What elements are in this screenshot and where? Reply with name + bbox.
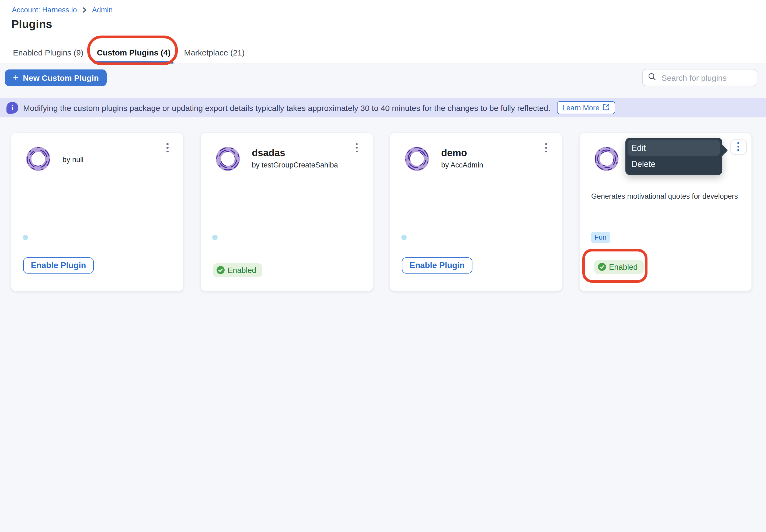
kebab-menu-icon[interactable] xyxy=(352,141,362,155)
plugin-card: dsadas by testGroupCreateSahiba Enabled xyxy=(200,132,373,291)
plugin-description: Generates motivational quotes for develo… xyxy=(591,192,742,200)
plugin-card: demo by AccAdmin Enable Plugin xyxy=(390,132,562,291)
page-header: Account: Harness.io Admin Plugins Enable… xyxy=(0,0,766,64)
tag-placeholder-dot xyxy=(23,235,28,240)
search-icon xyxy=(648,72,656,83)
plugin-card-grid: by null Enable Plugin dsadas by testGrou… xyxy=(0,117,766,291)
plugin-logo-icon xyxy=(404,146,430,171)
learn-more-label: Learn More xyxy=(562,104,600,112)
tab-bar: Enabled Plugins (9) Custom Plugins (4) M… xyxy=(13,41,244,64)
plugins-page: Account: Harness.io Admin Plugins Enable… xyxy=(0,0,766,532)
plugin-author: by null xyxy=(62,155,83,163)
status-badge-enabled: Enabled xyxy=(594,260,644,274)
context-menu: Edit Delete xyxy=(625,138,722,175)
new-custom-plugin-label: New Custom Plugin xyxy=(23,73,99,82)
tab-enabled-plugins[interactable]: Enabled Plugins (9) xyxy=(13,41,83,64)
kebab-menu-icon[interactable] xyxy=(541,141,551,155)
status-badge-label: Enabled xyxy=(609,263,638,271)
kebab-menu-icon[interactable] xyxy=(163,141,172,155)
plugin-author: by testGroupCreateSahiba xyxy=(252,161,338,169)
external-link-icon xyxy=(603,103,610,112)
tab-marketplace[interactable]: Marketplace (21) xyxy=(184,41,244,64)
plugin-tag: Fun xyxy=(591,232,610,243)
plus-icon: + xyxy=(13,72,19,82)
plugin-author: by AccAdmin xyxy=(441,161,483,169)
enable-plugin-button[interactable]: Enable Plugin xyxy=(402,257,473,273)
kebab-menu-button-active[interactable] xyxy=(730,139,746,154)
info-banner-text: Modifying the custom plugins package or … xyxy=(23,103,551,112)
plugin-card: Generates motivational quotes for develo… xyxy=(579,132,752,291)
toolbar: + New Custom Plugin xyxy=(0,64,766,98)
learn-more-button[interactable]: Learn More xyxy=(557,101,615,114)
menu-item-edit[interactable]: Edit xyxy=(628,140,720,156)
tag-placeholder-dot xyxy=(212,235,217,240)
status-badge-label: Enabled xyxy=(227,266,256,274)
enable-plugin-button[interactable]: Enable Plugin xyxy=(23,257,94,273)
plugin-logo-icon xyxy=(215,146,240,171)
tab-custom-plugins[interactable]: Custom Plugins (4) xyxy=(97,41,170,64)
breadcrumb-admin-link[interactable]: Admin xyxy=(92,6,113,14)
status-badge-enabled: Enabled xyxy=(212,263,262,277)
breadcrumb: Account: Harness.io Admin xyxy=(12,6,113,14)
plugin-title: dsadas xyxy=(252,147,285,159)
check-icon xyxy=(216,266,224,274)
breadcrumb-account-link[interactable]: Account: Harness.io xyxy=(12,6,77,14)
info-icon: i xyxy=(6,102,18,114)
search-box[interactable] xyxy=(642,69,757,86)
tab-custom-plugins-label: Custom Plugins (4) xyxy=(97,48,170,57)
tag-placeholder-dot xyxy=(401,235,407,240)
chevron-right-icon xyxy=(82,7,87,13)
search-input[interactable] xyxy=(660,72,751,83)
menu-item-delete[interactable]: Delete xyxy=(628,156,720,172)
new-custom-plugin-button[interactable]: + New Custom Plugin xyxy=(5,69,107,86)
plugin-logo-icon xyxy=(25,146,51,171)
plugin-title: demo xyxy=(441,147,467,159)
plugin-card: by null Enable Plugin xyxy=(11,132,184,291)
check-icon xyxy=(598,263,606,271)
info-banner: i Modifying the custom plugins package o… xyxy=(0,98,766,117)
page-title: Plugins xyxy=(11,18,52,31)
plugin-logo-icon xyxy=(593,146,619,171)
